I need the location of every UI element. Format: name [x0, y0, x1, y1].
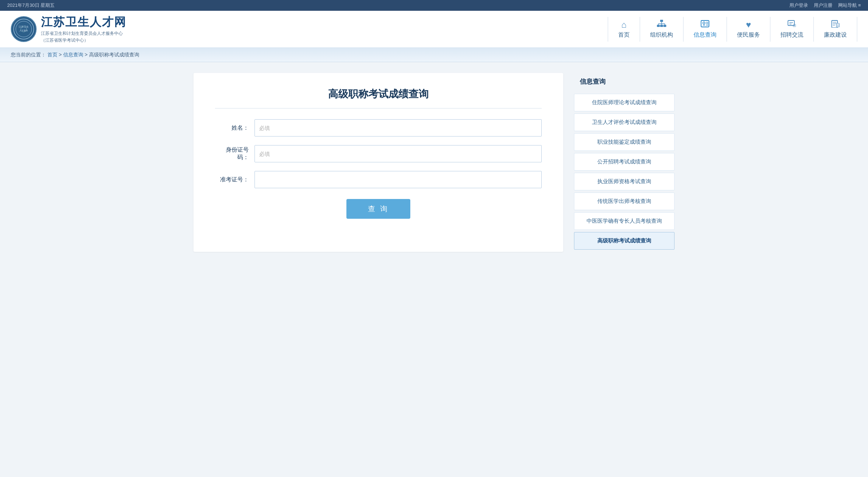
main-content: 高级职称考试成绩查询 姓名： 身份证号码： 准考证号： 查 询 信息查询 住院医… [183, 62, 685, 263]
nav-service[interactable]: ♥ 便民服务 [727, 17, 770, 42]
breadcrumb-current: 高级职称考试成绩查询 [89, 52, 139, 57]
nav-service-label: 便民服务 [737, 31, 760, 39]
breadcrumb-bar: 您当前的位置： 首页 > 信息查询 > 高级职称考试成绩查询 [0, 48, 868, 62]
sidebar-item-resident[interactable]: 住院医师理论考试成绩查询 [574, 94, 675, 111]
svg-rect-29 [836, 23, 839, 27]
name-input[interactable] [255, 119, 542, 136]
recruit-icon: + [787, 20, 797, 30]
service-icon: ♥ [746, 20, 751, 30]
home-icon: ⌂ [621, 20, 627, 30]
svg-rect-8 [663, 25, 666, 27]
nav-home[interactable]: ⌂ 首页 [608, 17, 640, 42]
svg-text:人才服务: 人才服务 [19, 29, 28, 32]
form-title: 高级职称考试成绩查询 [215, 87, 542, 108]
name-row: 姓名： [215, 119, 542, 136]
svg-point-1 [16, 21, 32, 37]
sidebar-item-health-talent[interactable]: 卫生人才评价考试成绩查询 [574, 114, 675, 131]
svg-text:江苏卫生: 江苏卫生 [19, 26, 29, 28]
login-link[interactable]: 用户登录 [789, 2, 808, 9]
info-icon [700, 20, 710, 30]
nav-recruit[interactable]: + 招聘交流 [770, 17, 814, 42]
logo-emblem: 江苏卫生 人才服务 [11, 16, 37, 42]
sidebar-item-tcm-expert[interactable]: 中医医学确有专长人员考核查询 [574, 212, 675, 230]
svg-rect-6 [657, 25, 660, 27]
breadcrumb-sep2: > [85, 52, 89, 57]
breadcrumb-home[interactable]: 首页 [47, 52, 57, 57]
breadcrumb-info[interactable]: 信息查询 [63, 52, 83, 57]
sidebar-item-senior-title[interactable]: 高级职称考试成绩查询 [574, 232, 675, 250]
svg-rect-5 [660, 20, 663, 22]
name-label: 姓名： [215, 124, 255, 132]
logo-text: 江苏卫生人才网 江苏省卫生和计划生育委员会人才服务中心 （江苏省医学考试中心） [41, 14, 126, 44]
nav-org-label: 组织机构 [650, 31, 673, 39]
breadcrumb-sep1: > [59, 52, 63, 57]
register-link[interactable]: 用户注册 [814, 2, 832, 9]
logo-area: 江苏卫生 人才服务 江苏卫生人才网 江苏省卫生和计划生育委员会人才服务中心 （江… [11, 14, 126, 44]
nav-recruit-label: 招聘交流 [780, 31, 803, 39]
date-display: 2021年7月30日 星期五 [7, 2, 55, 9]
query-button[interactable]: 查 询 [346, 199, 410, 219]
sidebar-item-vocational[interactable]: 职业技能鉴定成绩查询 [574, 133, 675, 151]
org-icon [657, 20, 666, 30]
subtitle2: （江苏省医学考试中心） [41, 37, 126, 44]
svg-rect-7 [660, 25, 663, 27]
svg-point-15 [703, 22, 705, 24]
sidebar-item-open-recruit[interactable]: 公开招聘考试成绩查询 [574, 153, 675, 171]
nav-org[interactable]: 组织机构 [640, 17, 683, 42]
menu-icon: ≡ [858, 3, 861, 8]
sidebar-title: 信息查询 [574, 73, 675, 90]
svg-point-0 [14, 19, 34, 39]
subtitle1: 江苏省卫生和计划生育委员会人才服务中心 [41, 30, 126, 37]
examid-row: 准考证号： [215, 171, 542, 188]
header: 江苏卫生 人才服务 江苏卫生人才网 江苏省卫生和计划生育委员会人才服务中心 （江… [0, 11, 868, 48]
svg-text:+: + [794, 24, 795, 27]
site-name: 江苏卫生人才网 [41, 14, 126, 30]
integrity-icon [831, 20, 840, 30]
sidebar-item-licensed-doctor[interactable]: 执业医师资格考试查询 [574, 173, 675, 190]
nav-info[interactable]: 信息查询 [683, 17, 727, 42]
site-nav-link[interactable]: 网站导航 ≡ [838, 2, 861, 9]
idcard-input[interactable] [255, 145, 542, 162]
top-bar: 2021年7月30日 星期五 用户登录 用户注册 网站导航 ≡ [0, 0, 868, 11]
examid-label: 准考证号： [215, 176, 255, 184]
idcard-label: 身份证号码： [215, 146, 255, 161]
form-section: 高级职称考试成绩查询 姓名： 身份证号码： 准考证号： 查 询 [193, 73, 563, 252]
examid-input[interactable] [255, 171, 542, 188]
idcard-row: 身份证号码： [215, 145, 542, 162]
nav-info-label: 信息查询 [694, 31, 717, 39]
nav-home-label: 首页 [618, 31, 630, 39]
nav-integrity-label: 廉政建设 [824, 31, 847, 39]
nav-integrity[interactable]: 廉政建设 [814, 17, 857, 42]
top-bar-actions: 用户登录 用户注册 网站导航 ≡ [789, 2, 861, 9]
sidebar: 信息查询 住院医师理论考试成绩查询 卫生人才评价考试成绩查询 职业技能鉴定成绩查… [574, 73, 675, 252]
breadcrumb-prefix: 您当前的位置： [11, 52, 46, 57]
sidebar-item-traditional[interactable]: 传统医学出师考核查询 [574, 193, 675, 210]
main-nav: ⌂ 首页 组织机构 [126, 17, 857, 42]
